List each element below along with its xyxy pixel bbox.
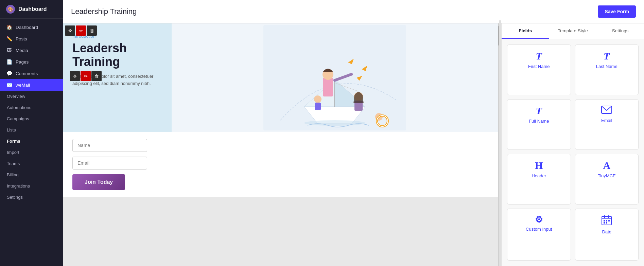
last-name-label: Last Name bbox=[596, 64, 617, 69]
hero-right-panel bbox=[172, 23, 498, 132]
sidebar-item-settings[interactable]: Settings bbox=[0, 192, 63, 203]
custom-input-icon: ⚙ bbox=[535, 215, 543, 224]
sidebar-item-import[interactable]: Import bbox=[0, 147, 63, 158]
lists-label: Lists bbox=[7, 127, 16, 132]
svg-rect-6 bbox=[323, 78, 333, 96]
field-card-header[interactable]: H Header bbox=[507, 154, 571, 205]
illustration-svg bbox=[263, 25, 406, 130]
hero-title-line2: Training bbox=[72, 55, 120, 69]
sidebar-item-label: Media bbox=[16, 48, 28, 53]
field-card-first-name[interactable]: T First Name bbox=[507, 45, 571, 95]
svg-point-16 bbox=[304, 120, 365, 126]
sidebar-item-posts[interactable]: ✏️ Posts bbox=[0, 33, 63, 45]
sidebar-item-media[interactable]: 🖼 Media bbox=[0, 45, 63, 56]
first-name-label: First Name bbox=[528, 64, 550, 69]
field-card-last-name[interactable]: T Last Name bbox=[575, 45, 639, 95]
hero-title: Leadersh Training bbox=[72, 41, 162, 68]
header-icon: H bbox=[535, 160, 543, 171]
svg-rect-25 bbox=[604, 222, 605, 224]
email-label: Email bbox=[601, 118, 612, 123]
sidebar-item-billing[interactable]: Billing bbox=[0, 169, 63, 180]
tab-settings[interactable]: Settings bbox=[596, 23, 644, 39]
svg-rect-24 bbox=[608, 220, 610, 221]
content-area: ✥ ✏ 🗑 ✥ ✏ 🗑 bbox=[63, 23, 644, 266]
posts-icon: ✏️ bbox=[6, 36, 12, 41]
email-field[interactable] bbox=[72, 157, 147, 170]
sidebar-item-teams[interactable]: Teams bbox=[0, 158, 63, 169]
sidebar-item-lists[interactable]: Lists bbox=[0, 124, 63, 136]
join-today-button[interactable]: Join Today bbox=[72, 174, 125, 190]
fields-grid: T First Name T Last Name T Full Name bbox=[502, 39, 644, 266]
tab-fields[interactable]: Fields bbox=[502, 23, 549, 39]
main-area: Leadership Training Save Form ✥ ✏ 🗑 bbox=[63, 0, 644, 266]
sidebar-item-wemail[interactable]: ✉️ weMail bbox=[0, 79, 63, 91]
canvas-background: ✥ ✏ 🗑 ✥ ✏ 🗑 bbox=[63, 23, 498, 266]
form-fields-area: Join Today bbox=[63, 132, 498, 197]
svg-point-9 bbox=[314, 95, 321, 103]
sidebar-item-integrations[interactable]: Integrations bbox=[0, 180, 63, 192]
import-label: Import bbox=[7, 150, 19, 155]
hero-title-line1: Leadersh bbox=[72, 41, 127, 55]
field-card-date[interactable]: Date bbox=[575, 209, 639, 261]
tinymce-label: TinyMCE bbox=[598, 173, 616, 178]
sidebar-logo-label: Dashboard bbox=[18, 6, 47, 12]
wemail-icon: ✉️ bbox=[6, 82, 12, 88]
sidebar-logo[interactable]: 🎨 Dashboard bbox=[0, 0, 63, 19]
hero-block-toolbar: ✥ ✏ 🗑 bbox=[65, 25, 97, 36]
field-card-custom-input[interactable]: ⚙ Custom Input bbox=[507, 209, 571, 261]
field-card-email[interactable]: Email bbox=[575, 99, 639, 150]
page-header: Leadership Training Save Form bbox=[63, 0, 644, 23]
sidebar: 🎨 Dashboard 🏠 Dashboard ✏️ Posts 🖼 Media… bbox=[0, 0, 63, 266]
hero-left-panel: ✥ ✏ 🗑 Introduction Leadersh Training Lor… bbox=[63, 23, 172, 132]
move-button[interactable]: ✥ bbox=[65, 25, 75, 36]
edit-button[interactable]: ✏ bbox=[76, 25, 86, 36]
name-field[interactable] bbox=[72, 139, 147, 152]
sidebar-item-label: weMail bbox=[16, 83, 30, 88]
hero-illustration bbox=[172, 23, 498, 132]
inner-move-button[interactable]: ✥ bbox=[70, 71, 80, 81]
canvas-wrapper: ✥ ✏ 🗑 ✥ ✏ 🗑 bbox=[63, 23, 501, 266]
header-label: Header bbox=[532, 173, 546, 178]
inner-delete-button[interactable]: 🗑 bbox=[91, 71, 102, 81]
dashboard-logo-icon: 🎨 bbox=[6, 5, 15, 14]
pages-icon: 📄 bbox=[6, 59, 12, 65]
save-form-button[interactable]: Save Form bbox=[598, 5, 636, 18]
sidebar-item-campaigns[interactable]: Campaigns bbox=[0, 113, 63, 124]
campaigns-label: Campaigns bbox=[7, 116, 29, 121]
sidebar-navigation: 🏠 Dashboard ✏️ Posts 🖼 Media 📄 Pages 💬 C… bbox=[0, 19, 63, 266]
teams-label: Teams bbox=[7, 161, 20, 166]
tinymce-icon: A bbox=[603, 160, 610, 171]
full-name-icon: T bbox=[536, 106, 542, 116]
comments-icon: 💬 bbox=[6, 71, 12, 76]
integrations-label: Integrations bbox=[7, 183, 30, 189]
canvas-scroll[interactable]: ✥ ✏ 🗑 ✥ ✏ 🗑 bbox=[63, 23, 498, 266]
forms-label: Forms bbox=[7, 139, 20, 144]
full-name-label: Full Name bbox=[529, 119, 549, 124]
sidebar-item-dashboard[interactable]: 🏠 Dashboard bbox=[0, 21, 63, 33]
page-title: Leadership Training bbox=[71, 7, 137, 16]
sidebar-item-label: Dashboard bbox=[16, 25, 38, 30]
custom-input-label: Custom Input bbox=[526, 227, 552, 232]
sidebar-item-overview[interactable]: Overview bbox=[0, 91, 63, 102]
wemail-submenu: Overview Automations Campaigns Lists For… bbox=[0, 91, 63, 203]
sidebar-item-comments[interactable]: 💬 Comments bbox=[0, 68, 63, 79]
tab-template-style[interactable]: Template Style bbox=[549, 23, 597, 39]
delete-button[interactable]: 🗑 bbox=[87, 25, 97, 36]
field-card-tinymce[interactable]: A TinyMCE bbox=[575, 154, 639, 205]
settings-label: Settings bbox=[7, 195, 23, 200]
field-card-full-name[interactable]: T Full Name bbox=[507, 99, 571, 150]
sidebar-item-label: Posts bbox=[16, 36, 27, 41]
media-icon: 🖼 bbox=[6, 48, 12, 53]
sidebar-item-label: Comments bbox=[16, 71, 38, 76]
canvas-area-row: ✥ ✏ 🗑 ✥ ✏ 🗑 bbox=[63, 23, 501, 266]
date-icon bbox=[602, 215, 612, 227]
sidebar-item-automations[interactable]: Automations bbox=[0, 102, 63, 113]
svg-rect-26 bbox=[606, 222, 607, 224]
date-label: Date bbox=[602, 229, 611, 234]
overview-label: Overview bbox=[7, 94, 25, 99]
first-name-icon: T bbox=[536, 51, 542, 61]
sidebar-item-pages[interactable]: 📄 Pages bbox=[0, 56, 63, 68]
inner-edit-button[interactable]: ✏ bbox=[81, 71, 91, 81]
sidebar-item-forms[interactable]: Forms bbox=[0, 136, 63, 147]
hero-section-block: ✥ ✏ 🗑 ✥ ✏ 🗑 bbox=[63, 23, 498, 132]
